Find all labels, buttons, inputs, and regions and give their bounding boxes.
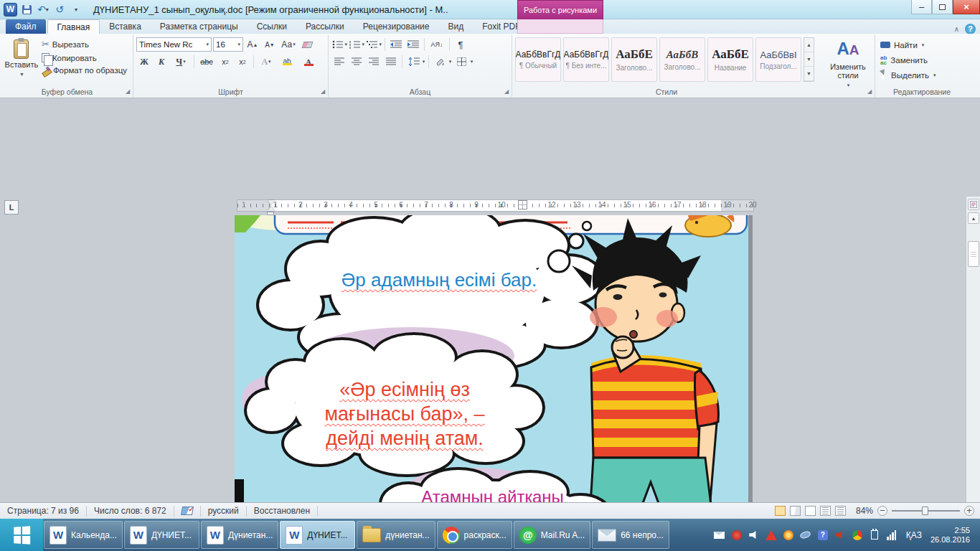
tray-assistant-icon[interactable]: ? [817, 529, 829, 541]
select-button[interactable]: Выделить▾ [878, 67, 966, 83]
zoom-in-button[interactable]: + [964, 506, 974, 516]
view-web-button[interactable] [805, 506, 816, 516]
word-count[interactable]: Число слов: 6 872 [87, 506, 174, 517]
find-button[interactable]: Найти▾ [878, 37, 966, 52]
font-color-button[interactable]: А [298, 55, 319, 69]
clock[interactable]: 2:55 26.08.2016 [930, 526, 973, 545]
zoom-slider[interactable] [892, 510, 960, 512]
format-painter-button[interactable]: Формат по образцу [39, 65, 130, 76]
zoom-slider-thumb[interactable] [922, 507, 928, 515]
shading-button[interactable]: ▾ [432, 55, 452, 69]
tab-mailings[interactable]: Рассылки [296, 19, 354, 34]
tray-network-icon[interactable] [886, 529, 897, 541]
start-button[interactable] [0, 519, 43, 551]
change-case-button[interactable]: Аа▾ [279, 37, 298, 52]
dialog-launcher-icon[interactable]: ◢ [319, 88, 326, 95]
tray-warning-icon[interactable] [765, 529, 777, 541]
vertical-scrollbar[interactable]: ▲ [966, 197, 980, 551]
underline-button[interactable]: Ч▾ [171, 55, 191, 69]
spellcheck-status[interactable] [174, 506, 201, 517]
scroll-up-icon[interactable]: ▲ [968, 212, 979, 224]
customize-qat-button[interactable]: ▾ [69, 2, 83, 17]
tray-red-app-icon[interactable] [731, 529, 743, 541]
tray-battery-icon[interactable] [869, 529, 880, 541]
tab-review[interactable]: Рецензирование [354, 19, 439, 34]
bullets-button[interactable]: ▾ [331, 37, 347, 52]
change-styles-button[interactable]: АA Изменить стили ▾ [824, 37, 872, 86]
view-reading-button[interactable] [790, 506, 801, 516]
word-app-icon[interactable]: W [4, 3, 17, 17]
align-right-button[interactable] [366, 55, 382, 69]
taskbar-item-word-2[interactable]: WДҮНИЕТ... [124, 521, 199, 549]
highlight-color-button[interactable]: ab [277, 55, 297, 69]
paste-button[interactable]: Вставить ▼ [4, 37, 39, 86]
taskbar-item-chrome[interactable]: раскраск... [437, 521, 512, 549]
ruler-toggle-button[interactable] [968, 199, 979, 210]
scrollbar-thumb[interactable] [968, 241, 979, 267]
undo-button[interactable]: ↶▾ [36, 2, 50, 17]
redo-button[interactable]: ↺ [52, 2, 67, 17]
bold-button[interactable]: Ж [136, 55, 152, 69]
restore-button[interactable] [932, 0, 953, 14]
tab-references[interactable]: Ссылки [248, 19, 296, 34]
italic-button[interactable]: K [154, 55, 169, 69]
tab-home[interactable]: Главная [47, 19, 100, 34]
close-button[interactable]: × [953, 0, 980, 14]
decrease-indent-button[interactable] [388, 37, 404, 52]
style-heading2[interactable]: АаБбВЗаголово... [659, 37, 705, 82]
tray-antivirus-icon[interactable] [852, 529, 863, 541]
subscript-button[interactable]: х2 [217, 55, 233, 69]
gallery-down-icon[interactable]: ▼ [804, 52, 814, 67]
style-no-spacing[interactable]: АаБбВвГгД¶ Без инте... [563, 37, 609, 82]
taskbar-item-word-3[interactable]: WДүниетан... [201, 521, 278, 549]
numbering-button[interactable]: ▾ [349, 37, 364, 52]
font-size-combo[interactable]: 16▾ [213, 37, 243, 52]
tab-file[interactable]: Файл [6, 19, 46, 34]
tray-flower-icon[interactable] [783, 529, 794, 541]
tab-page-layout[interactable]: Разметка страницы [151, 19, 248, 34]
clear-formatting-button[interactable] [299, 37, 315, 52]
thought-bubble-text-1[interactable]: Әр адамның есімі бар. [317, 269, 561, 291]
tray-red-volume-icon[interactable] [834, 529, 846, 541]
indent-marker[interactable] [268, 200, 275, 211]
gallery-more-icon[interactable]: ▼ [804, 67, 814, 81]
sort-button[interactable]: АЯ↓ [428, 37, 446, 52]
gallery-up-icon[interactable]: ▲ [804, 38, 814, 52]
view-draft-button[interactable] [835, 506, 846, 516]
dialog-launcher-icon[interactable]: ◢ [124, 88, 131, 95]
minimize-button[interactable]: – [911, 0, 932, 14]
replace-button[interactable]: abacЗаменить [878, 52, 966, 67]
justify-button[interactable] [383, 55, 399, 69]
document-page[interactable]: Әр адамның есімі бар. «Әр есімнің өз мағ… [235, 215, 748, 551]
language-switcher[interactable]: ҚАЗ [903, 530, 925, 540]
dialog-launcher-icon[interactable]: ◢ [866, 88, 873, 95]
language-indicator[interactable]: русский [201, 506, 247, 517]
page-indicator[interactable]: Страница: 7 из 96 [0, 506, 87, 517]
tray-volume-icon[interactable] [748, 529, 760, 541]
thought-bubble-text-2[interactable]: «Әр есімнің өз мағынасы бар», – дейді ме… [279, 377, 530, 451]
tab-insert[interactable]: Вставка [100, 19, 151, 34]
align-center-button[interactable] [349, 55, 364, 69]
strikethrough-button[interactable]: abc [197, 55, 216, 69]
view-outline-button[interactable] [820, 506, 831, 516]
help-icon[interactable]: ? [965, 24, 976, 34]
taskbar-item-mail[interactable]: 66 непро... [592, 521, 669, 549]
grow-font-button[interactable]: А▲ [245, 37, 260, 52]
tab-view[interactable]: Вид [438, 19, 473, 34]
taskbar-item-word-4-active[interactable]: WДҮНИЕТ... [280, 521, 355, 549]
show-marks-button[interactable]: ¶ [453, 37, 468, 52]
view-print-layout-button[interactable] [775, 506, 786, 516]
style-title[interactable]: АаБбЕНазвание [707, 37, 753, 82]
copy-button[interactable]: Копировать [39, 52, 130, 64]
collapse-ribbon-icon[interactable]: ∧ [954, 25, 959, 33]
line-spacing-button[interactable]: ▾ [405, 55, 425, 69]
shrink-font-button[interactable]: А▼ [262, 37, 278, 52]
tab-stop-selector[interactable]: L [4, 200, 19, 215]
styles-gallery-scroll[interactable]: ▲ ▼ ▼ [804, 37, 814, 82]
style-heading1[interactable]: АаБбЕЗаголово... [611, 37, 657, 82]
font-name-combo[interactable]: Times New Rc▾ [136, 37, 212, 52]
increase-indent-button[interactable] [405, 37, 421, 52]
taskbar-item-word-1[interactable]: WКальенда... [44, 521, 123, 549]
superscript-button[interactable]: х2 [235, 55, 250, 69]
zoom-out-button[interactable]: − [877, 506, 887, 516]
